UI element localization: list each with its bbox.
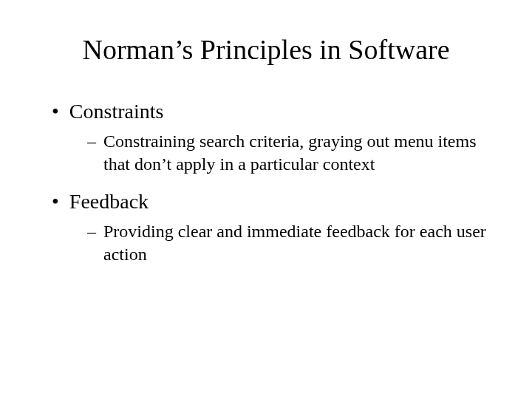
sub-label: Constraining search criteria, graying ou… bbox=[103, 130, 488, 176]
dash-icon: – bbox=[87, 220, 96, 243]
list-item: – Constraining search criteria, graying … bbox=[87, 130, 488, 176]
sub-label: Providing clear and immediate feedback f… bbox=[103, 220, 488, 266]
sub-list: – Providing clear and immediate feedback… bbox=[52, 220, 488, 266]
slide-title: Norman’s Principles in Software bbox=[44, 33, 488, 66]
bullet-icon: • bbox=[52, 189, 59, 214]
list-item: – Providing clear and immediate feedback… bbox=[87, 220, 488, 266]
list-item: • Constraints bbox=[52, 99, 488, 124]
bullet-label: Feedback bbox=[69, 189, 149, 214]
bullet-list: • Constraints – Constraining search crit… bbox=[44, 99, 488, 266]
bullet-icon: • bbox=[52, 99, 59, 124]
bullet-label: Constraints bbox=[69, 99, 164, 124]
dash-icon: – bbox=[87, 130, 96, 153]
sub-list: – Constraining search criteria, graying … bbox=[52, 130, 488, 176]
list-item: • Feedback bbox=[52, 189, 488, 214]
